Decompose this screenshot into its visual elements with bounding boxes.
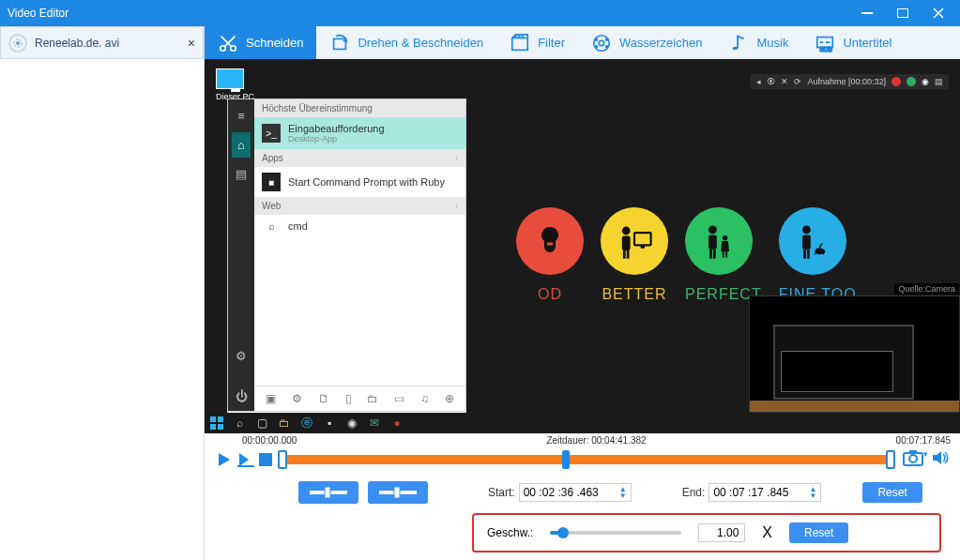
svg-point-10 [522,36,523,37]
trim-handle-left[interactable] [278,450,287,469]
search-result-web-cmd[interactable]: ⌕ cmd [254,215,465,237]
filter-folder-icon[interactable]: 🗀 [367,392,378,405]
snapshot-button[interactable]: ▾ [903,449,928,470]
search-result3-title: cmd [288,220,308,232]
reset-time-button[interactable]: Reset [862,482,922,503]
file-tab[interactable]: Reneelab.de. avi × [0,26,204,59]
search-result1-title: Eingabeaufforderung [288,123,385,134]
svg-text:SUB: SUB [820,46,832,53]
home-icon[interactable]: ⌂ [232,132,251,158]
search-result-ruby[interactable]: ■ Start Command Prompt with Ruby [254,167,465,197]
end-time-input[interactable]: 00 :07 :17 .845 ▲▼ [709,483,821,502]
picture-in-picture: Quelle:Camera [749,295,960,413]
speed-x-label: X [762,524,772,541]
svg-rect-39 [210,416,216,422]
file-icon [8,34,27,53]
filter-globe-icon[interactable]: ⊕ [445,392,454,405]
tab-rotate[interactable]: Drehen & Beschneiden [316,26,496,59]
file-name: Reneelab.de. avi [35,37,119,50]
stop-button[interactable] [259,453,272,466]
circle-red-label: OD [516,286,584,303]
app-title: Video Editor [8,7,853,20]
start-time-input[interactable]: 00 :02 :36 .463 ▲▼ [519,483,632,502]
tab-watermark[interactable]: Wasserzeichen [578,26,715,59]
mark-out-button[interactable] [368,481,428,504]
end-down-icon[interactable]: ▼ [809,492,816,499]
search-result2-title: Start Command Prompt with Ruby [288,176,445,188]
speed-label: Geschw.: [487,526,533,539]
filter-window-icon[interactable]: ▣ [266,392,276,405]
volume-button[interactable] [932,450,949,469]
svg-point-46 [909,455,917,462]
cmd-taskbar-icon: ▪ [321,415,338,431]
filter-settings-icon[interactable]: ⚙ [292,392,302,405]
svg-rect-47 [909,450,917,454]
circle-yellow-label: BETTER [601,286,668,303]
speed-slider[interactable] [550,531,681,535]
tab-music[interactable]: Musik [715,26,801,59]
timeline-track[interactable]: ▾ [216,447,949,472]
svg-point-9 [519,36,520,37]
tab-subtitle[interactable]: SUB Untertitel [801,26,905,59]
power-icon[interactable]: ⏻ [236,389,248,403]
playhead[interactable] [562,450,570,469]
svg-point-26 [709,226,717,235]
speed-value-input[interactable]: 1.00 [698,523,745,542]
svg-rect-21 [622,236,631,250]
gear-icon[interactable]: ⚙ [236,349,247,363]
maximize-button[interactable] [889,4,917,23]
tab-subtitle-label: Untertitel [843,36,891,50]
filter-doc-icon[interactable]: 🗋 [318,392,329,405]
reset-speed-button[interactable]: Reset [789,522,848,543]
tabbar: Schneiden Drehen & Beschneiden Filter Wa… [205,26,960,59]
svg-rect-35 [803,250,806,259]
circle-yellow [601,207,668,275]
svg-point-15 [596,45,598,47]
start-down-icon[interactable]: ▼ [619,492,627,499]
close-button[interactable] [924,4,952,23]
filter-pic-icon[interactable]: ▭ [394,392,404,405]
tab-rotate-label: Drehen & Beschneiden [358,36,483,50]
filter-music-icon[interactable]: ♫ [420,392,429,405]
svg-rect-27 [709,235,717,249]
sidebar: Reneelab.de. avi × [0,26,205,560]
tab-filter[interactable]: Filter [496,26,578,59]
search-section-best: Höchste Übereinstimmung [254,99,465,117]
timeline-end: 00:07:17.845 [896,435,951,446]
svg-point-38 [816,248,819,250]
svg-point-33 [802,226,811,235]
timeline-labels: 00:00:00.000 Zeitdauer: 00:04:41.382 00:… [205,433,960,446]
mark-in-button[interactable] [298,481,358,504]
file-close-icon[interactable]: × [188,36,195,51]
svg-rect-44 [259,453,272,466]
filter-phone-icon[interactable]: ▯ [345,392,352,405]
play-range-button[interactable] [236,451,255,468]
trim-handle-right[interactable] [886,450,895,469]
play-button[interactable] [216,451,233,468]
svg-rect-28 [709,250,712,259]
speed-slider-thumb[interactable] [557,527,569,538]
minimize-button[interactable] [853,4,881,23]
tab-music-label: Musik [756,36,788,50]
apps-icon[interactable]: ▤ [236,167,247,181]
video-preview: Dieser PC ◂⦿✕⟳ Aufnahme [00:00:32] ◉▤ ≡ … [205,59,960,433]
svg-point-8 [515,36,516,37]
svg-rect-23 [627,250,630,259]
taskview-icon: ▢ [253,415,270,431]
rec-taskbar-icon: ● [389,415,405,431]
tab-cut[interactable]: Schneiden [205,26,316,59]
mail-icon: ✉ [366,415,383,431]
start-icon [208,415,225,431]
svg-rect-41 [210,424,216,430]
chrome-icon: ◉ [343,415,360,431]
recording-status-bar: ◂⦿✕⟳ Aufnahme [00:00:32] ◉▤ [751,74,949,89]
svg-point-12 [599,40,604,46]
titlebar: Video Editor [0,0,960,26]
search-section-web: Web› [254,197,465,215]
hamburger-icon[interactable]: ≡ [237,109,245,123]
svg-point-2 [16,41,20,45]
end-label: End: [682,486,706,499]
svg-rect-29 [713,250,716,259]
search-result-cmd[interactable]: >_ Eingabeaufforderung Desktop-App [254,117,465,149]
svg-rect-42 [218,424,223,430]
